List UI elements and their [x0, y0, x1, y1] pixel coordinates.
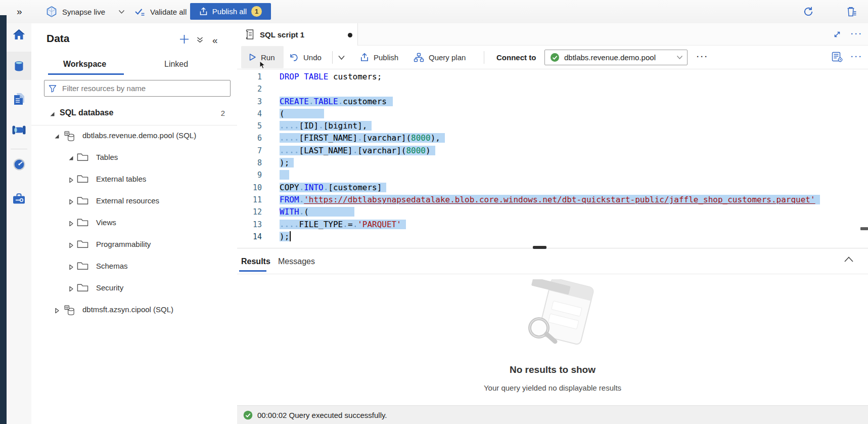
empty-results-title: No results to show	[237, 364, 868, 375]
expanded-caret-icon[interactable]	[54, 134, 60, 139]
discard-trash-button[interactable]	[846, 6, 857, 17]
collapsed-caret-icon[interactable]	[68, 286, 74, 292]
code-line-13: FILE_TYPE = 'PARQUET'	[280, 219, 820, 231]
rail-divider	[11, 149, 27, 149]
tree-item-schemas[interactable]: Schemas	[31, 256, 237, 278]
validate-all-label: Validate all	[150, 8, 187, 16]
tree-item-sql-database[interactable]: SQL database2	[31, 103, 237, 125]
top-command-bar: » Synapse live Validate all Publish all …	[0, 0, 868, 24]
collapse-results-chevron-icon[interactable]	[844, 256, 854, 263]
folder-icon	[77, 196, 88, 205]
publish-button[interactable]: Publish	[360, 46, 398, 69]
refresh-button[interactable]	[803, 6, 814, 17]
query-plan-button[interactable]: Query plan	[414, 46, 466, 69]
code-area: DROP TABLE customers;CREATE TABLE custom…	[280, 71, 820, 243]
publish-count-badge: 1	[251, 6, 262, 17]
success-check-icon	[243, 410, 253, 420]
collapsed-caret-icon[interactable]	[54, 308, 60, 314]
tree-item-label: Tables	[96, 153, 118, 161]
collapsed-caret-icon[interactable]	[68, 264, 74, 270]
tab-sql-script-1[interactable]: SQL script 1	[237, 23, 358, 46]
upload-icon	[199, 7, 208, 16]
synapse-logo-icon	[45, 6, 58, 18]
query-plan-icon	[414, 53, 424, 62]
tab-messages[interactable]: Messages	[278, 249, 315, 274]
results-active-underline	[239, 270, 266, 272]
rail-item-home[interactable]	[7, 22, 31, 47]
code-line-14: );	[280, 231, 820, 243]
tab-title: SQL script 1	[260, 30, 304, 39]
rail-item-develop[interactable]	[7, 86, 31, 111]
add-resource-button[interactable]	[179, 34, 190, 45]
collapsed-caret-icon[interactable]	[68, 177, 74, 183]
synapse-studio-window: » Synapse live Validate all Publish all …	[0, 0, 868, 424]
mode-selector[interactable]: Synapse live	[45, 0, 125, 23]
tree-item-tables[interactable]: Tables	[31, 147, 237, 169]
line-number: 14	[237, 231, 262, 243]
toolbar-more-icon[interactable]: ···	[697, 52, 709, 61]
sql-script-icon	[244, 28, 254, 40]
database-icon	[12, 59, 26, 73]
home-icon	[12, 28, 26, 41]
tree-item-dbtlabs-revenue-demo-pool-sql[interactable]: dbtlabs.revenue.demo.pool (SQL)	[31, 125, 237, 147]
expanded-caret-icon[interactable]	[50, 111, 55, 117]
rail-item-data[interactable]	[7, 53, 31, 78]
dropdown-chevron-icon	[676, 55, 683, 60]
rail-item-manage[interactable]	[7, 186, 31, 211]
connect-to-pool-dropdown[interactable]: dbtlabs.revenue.demo.pool	[544, 50, 688, 65]
validate-all-button[interactable]: Validate all	[134, 0, 187, 23]
collapsed-caret-icon[interactable]	[68, 199, 74, 205]
tree-item-security[interactable]: Security	[31, 278, 237, 300]
rail-item-integrate[interactable]	[7, 117, 31, 143]
connect-to-label: Connect to	[496, 46, 536, 69]
undo-button[interactable]: Undo	[289, 46, 322, 69]
pool-dropdown-value: dbtlabs.revenue.demo.pool	[564, 53, 672, 62]
undo-label: Undo	[303, 53, 322, 62]
publish-all-button[interactable]: Publish all 1	[190, 3, 271, 20]
properties-icon[interactable]	[832, 52, 843, 63]
undo-icon	[289, 53, 299, 62]
navigation-rail	[7, 23, 32, 424]
double-chevron-right-icon: »	[17, 6, 22, 17]
line-number: 9	[237, 169, 262, 181]
run-label: Run	[261, 53, 275, 62]
line-number: 13	[237, 219, 262, 231]
scrollbar-thumb[interactable]	[860, 227, 868, 230]
tab-workspace[interactable]: Workspace	[63, 55, 106, 74]
tree-item-external-tables[interactable]: External tables	[31, 169, 237, 191]
validate-check-icon	[134, 7, 146, 16]
editor-more-actions-icon[interactable]: ···	[851, 52, 863, 61]
collapsed-caret-icon[interactable]	[68, 221, 74, 227]
expanded-caret-icon[interactable]	[68, 155, 74, 161]
tree-item-views[interactable]: Views	[31, 213, 237, 234]
tree-item-label: External resources	[96, 196, 159, 205]
line-number: 1	[237, 71, 262, 83]
messages-tab-label: Messages	[278, 257, 315, 266]
collapse-all-icon[interactable]	[196, 36, 204, 44]
run-button[interactable]: Run	[241, 46, 284, 68]
sql-code-editor[interactable]: 1234567891011121314 DROP TABLE customers…	[237, 69, 868, 248]
tree-item-programmability[interactable]: Programmability	[31, 234, 237, 256]
rail-item-monitor[interactable]	[7, 152, 31, 177]
tree-item-label: External tables	[96, 175, 146, 183]
expand-editor-icon[interactable]	[833, 30, 842, 39]
selection-highlight: [FIRST_NAME] [varchar](8000),	[280, 133, 440, 143]
code-line-6: [FIRST_NAME] [varchar](8000),	[280, 132, 820, 144]
tree-item-external-resources[interactable]: External resources	[31, 191, 237, 213]
collapse-topbar-button[interactable]: »	[17, 0, 22, 23]
filter-input[interactable]	[61, 83, 226, 93]
code-line-10: COPY INTO [customers]	[280, 182, 820, 194]
collapse-panel-icon[interactable]: «	[212, 35, 218, 46]
resource-tree: SQL database2dbtlabs.revenue.demo.pool (…	[31, 103, 237, 321]
filter-resources-field[interactable]	[44, 80, 231, 97]
tree-item-label: SQL database	[60, 108, 113, 117]
tab-linked[interactable]: Linked	[164, 55, 188, 74]
tree-item-dbtmsft-azsyn-cipool-sql[interactable]: dbtmsft.azsyn.cipool (SQL)	[31, 300, 237, 321]
code-line-5: [ID] [bigint],	[280, 120, 820, 132]
tab-more-actions-icon[interactable]: ···	[851, 29, 863, 38]
play-icon	[249, 53, 256, 61]
run-options-chevron-icon[interactable]	[338, 55, 345, 60]
toolbar-separator	[332, 51, 333, 64]
collapsed-caret-icon[interactable]	[68, 242, 74, 248]
text-cursor	[290, 231, 291, 241]
